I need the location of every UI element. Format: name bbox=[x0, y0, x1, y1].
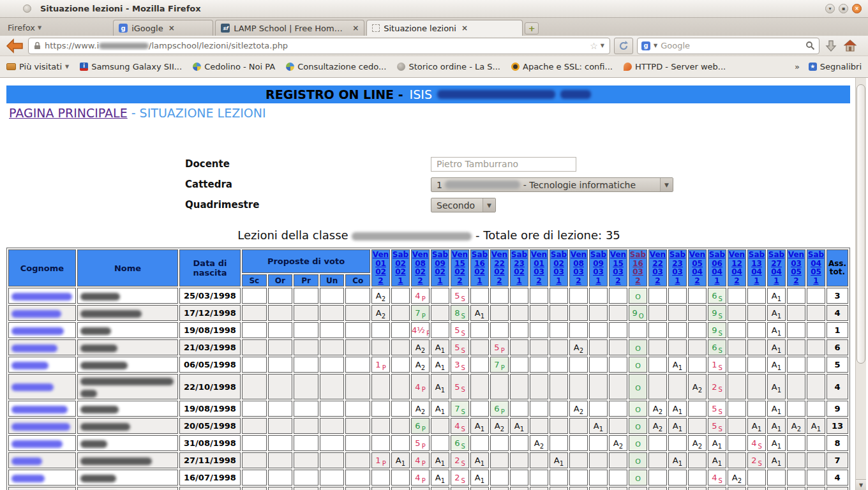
search-input[interactable] bbox=[661, 41, 802, 50]
lesson-cell bbox=[589, 374, 608, 399]
bookmark-storico[interactable]: Storico ordine - La S... bbox=[397, 62, 500, 71]
lesson-date-link[interactable]: Ven22032 bbox=[649, 251, 666, 285]
redacted-surname-link[interactable] bbox=[11, 362, 49, 369]
bookmark-samsung[interactable]: i Samsung Galaxy SII... bbox=[80, 62, 182, 71]
lesson-cell bbox=[728, 322, 746, 338]
bookmark-piu-visitati[interactable]: Più visitati ▼ bbox=[6, 62, 69, 71]
minimize-button[interactable]: ▾ bbox=[825, 4, 835, 13]
vote-proposal-cell bbox=[242, 322, 267, 338]
redacted-surname-link[interactable] bbox=[11, 440, 63, 448]
lesson-date-link[interactable]: Sab06041 bbox=[708, 251, 726, 285]
redacted-surname-link[interactable] bbox=[11, 293, 72, 301]
vote-proposal-cell bbox=[268, 435, 293, 451]
lesson-date-link[interactable]: Sab27041 bbox=[768, 251, 785, 285]
lesson-date-link[interactable]: Sab04051 bbox=[807, 251, 825, 285]
lesson-date-link[interactable]: Ven12042 bbox=[728, 251, 745, 285]
tab-lampschool[interactable]: sf LAMP School | Free Home & ... × bbox=[215, 20, 364, 36]
lesson-date-link[interactable]: Ven15022 bbox=[451, 251, 468, 285]
navigation-bar: https://www.i /lampschool/lezioni/sitlez… bbox=[0, 36, 868, 56]
url-bar[interactable]: https://www.i /lampschool/lezioni/sitlez… bbox=[28, 38, 610, 54]
scrollbar-thumb[interactable] bbox=[857, 84, 865, 364]
lesson-cell: A1 bbox=[767, 288, 786, 304]
redacted-surname-link[interactable] bbox=[11, 327, 64, 335]
tab-close-icon[interactable]: × bbox=[461, 24, 468, 33]
lesson-date-link[interactable]: Sab02031 bbox=[550, 251, 567, 285]
url-dropdown-icon[interactable]: ▼ bbox=[601, 43, 604, 48]
maximize-button[interactable]: ▪ bbox=[839, 4, 848, 13]
vote-proposal-cell bbox=[242, 305, 267, 321]
lesson-date-link[interactable]: Ven08022 bbox=[412, 251, 429, 285]
bookmark-star-icon[interactable]: ☆ bbox=[590, 41, 598, 51]
student-name-cell bbox=[77, 487, 178, 490]
tab-igoogle[interactable]: g iGoogle × bbox=[113, 20, 213, 36]
lesson-date-link[interactable]: Ven03052 bbox=[788, 251, 805, 285]
pagina-principale-link[interactable]: PAGINA PRINCIPALE bbox=[9, 106, 128, 120]
lesson-date-link[interactable]: Sab16032 bbox=[629, 251, 647, 285]
redacted-surname-link[interactable] bbox=[11, 310, 61, 318]
home-button[interactable] bbox=[842, 38, 858, 54]
bookmark-apache-ssl[interactable]: Apache e SSL: confi... bbox=[511, 62, 613, 71]
lesson-date-link[interactable]: Ven01022 bbox=[372, 251, 389, 285]
docente-field[interactable]: Pietro Tamburrano bbox=[431, 157, 576, 172]
lesson-date-link[interactable]: Ven01032 bbox=[530, 251, 548, 285]
lesson-cell bbox=[490, 470, 509, 486]
lesson-date-link[interactable]: Sab02021 bbox=[392, 251, 409, 285]
cattedra-select[interactable]: 1 - Tecnologie informatiche ▼ bbox=[431, 177, 673, 192]
page-scrollbar[interactable]: ▼ bbox=[855, 78, 866, 490]
lesson-date-link[interactable]: Sab16021 bbox=[471, 251, 488, 285]
lesson-date-link[interactable]: Sab23031 bbox=[669, 251, 686, 285]
redacted-surname-link[interactable] bbox=[11, 406, 68, 413]
vote-proposal-cell bbox=[320, 339, 345, 355]
redacted-surname-link[interactable] bbox=[11, 457, 42, 465]
birthdate-cell: 19/08/1998 bbox=[179, 401, 241, 417]
lesson-cell: A1 bbox=[767, 435, 786, 451]
lesson-date-link[interactable]: Ven22022 bbox=[491, 251, 508, 285]
birthdate-cell: 27/11/1998 bbox=[179, 452, 241, 468]
search-bar[interactable]: g ▼ bbox=[637, 38, 819, 54]
lesson-cell bbox=[787, 305, 805, 321]
bookmark-httpd[interactable]: HTTPD - Server web... bbox=[624, 62, 726, 71]
lesson-date-link[interactable]: Sab13041 bbox=[748, 251, 765, 285]
bookmark-consultazione[interactable]: Consultazione cedo... bbox=[286, 62, 386, 71]
downloads-button[interactable] bbox=[823, 38, 839, 54]
vote-proposal-cell bbox=[294, 401, 318, 417]
date-column-header: Ven12042 bbox=[728, 249, 746, 286]
new-tab-button[interactable]: + bbox=[525, 22, 539, 34]
redacted-surname-link[interactable] bbox=[11, 423, 70, 431]
redacted-surname-link[interactable] bbox=[11, 345, 57, 352]
bookmark-cedolino[interactable]: Cedolino - Noi PA bbox=[193, 62, 275, 71]
lesson-cell bbox=[747, 470, 766, 486]
search-icon[interactable] bbox=[805, 41, 815, 50]
lesson-cell bbox=[668, 487, 687, 490]
student-name-cell bbox=[77, 357, 178, 373]
segnalibri-button[interactable]: ★ Segnalibri bbox=[809, 62, 862, 71]
redacted-surname-link[interactable] bbox=[11, 383, 54, 391]
bookmarks-overflow-button[interactable]: » bbox=[795, 62, 800, 71]
search-engine-dropdown-icon[interactable]: ▼ bbox=[654, 43, 657, 48]
close-button[interactable]: × bbox=[852, 4, 862, 13]
lesson-date-link[interactable]: Sab23021 bbox=[511, 251, 528, 285]
tab-situazione-lezioni[interactable]: Situazione lezioni × bbox=[366, 20, 523, 36]
lesson-date-link[interactable]: Sab09031 bbox=[590, 251, 607, 285]
scrollbar-down-icon[interactable]: ▼ bbox=[856, 479, 866, 490]
lesson-cell: O bbox=[629, 418, 647, 434]
tab-close-icon[interactable]: × bbox=[352, 24, 359, 33]
date-column-header: Ven03052 bbox=[787, 249, 805, 286]
tab-close-icon[interactable]: × bbox=[168, 24, 175, 33]
back-button[interactable] bbox=[5, 38, 24, 54]
lesson-date-link[interactable]: Ven08032 bbox=[570, 251, 587, 285]
lesson-date-link[interactable]: Sab09021 bbox=[431, 251, 449, 285]
vote-proposal-cell bbox=[268, 374, 293, 399]
firefox-menu-button[interactable]: Firefox ▼ bbox=[4, 23, 48, 36]
lesson-date-link[interactable]: Ven15032 bbox=[610, 251, 627, 285]
lesson-cell bbox=[490, 288, 509, 304]
lesson-cell: A1 bbox=[767, 401, 786, 417]
student-row: 31/08/19985P6SA2A2OA2A14SA18 bbox=[8, 435, 848, 451]
lesson-cell bbox=[747, 305, 766, 321]
lesson-cell: 8S bbox=[451, 305, 469, 321]
lesson-cell: A1 bbox=[470, 418, 489, 434]
redacted-surname-link[interactable] bbox=[11, 475, 45, 482]
reload-button[interactable] bbox=[614, 38, 633, 54]
lesson-date-link[interactable]: Ven05042 bbox=[689, 251, 706, 285]
quadrimestre-select[interactable]: Secondo ▼ bbox=[431, 198, 496, 212]
